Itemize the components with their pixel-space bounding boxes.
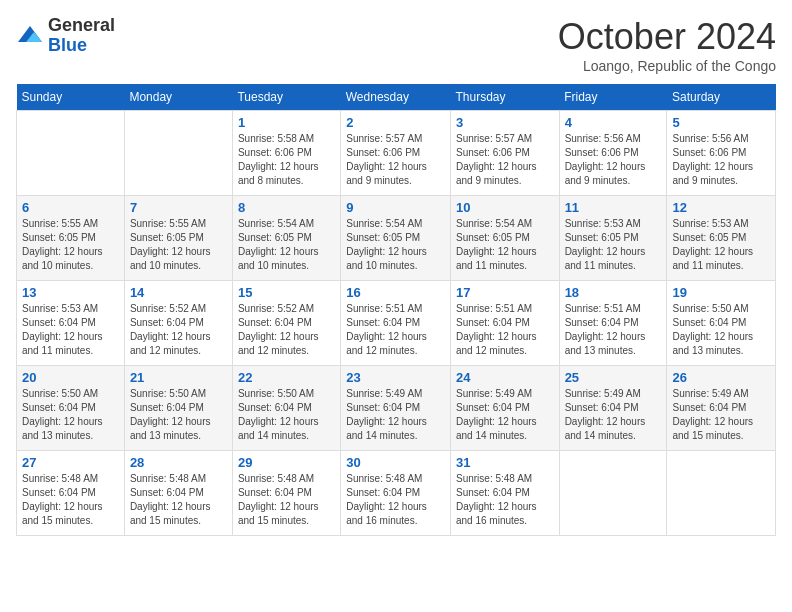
day-info: Sunrise: 5:50 AM Sunset: 6:04 PM Dayligh… [672,302,770,358]
day-number: 11 [565,200,662,215]
day-number: 24 [456,370,554,385]
calendar-cell: 23Sunrise: 5:49 AM Sunset: 6:04 PM Dayli… [341,366,451,451]
calendar-cell: 16Sunrise: 5:51 AM Sunset: 6:04 PM Dayli… [341,281,451,366]
day-number: 28 [130,455,227,470]
page-header: General Blue October 2024 Loango, Republ… [16,16,776,74]
calendar-cell: 8Sunrise: 5:54 AM Sunset: 6:05 PM Daylig… [232,196,340,281]
day-info: Sunrise: 5:54 AM Sunset: 6:05 PM Dayligh… [456,217,554,273]
day-number: 10 [456,200,554,215]
day-info: Sunrise: 5:48 AM Sunset: 6:04 PM Dayligh… [456,472,554,528]
day-info: Sunrise: 5:56 AM Sunset: 6:06 PM Dayligh… [672,132,770,188]
day-number: 23 [346,370,445,385]
calendar-cell: 5Sunrise: 5:56 AM Sunset: 6:06 PM Daylig… [667,111,776,196]
calendar-cell: 21Sunrise: 5:50 AM Sunset: 6:04 PM Dayli… [124,366,232,451]
calendar-cell: 6Sunrise: 5:55 AM Sunset: 6:05 PM Daylig… [17,196,125,281]
day-info: Sunrise: 5:48 AM Sunset: 6:04 PM Dayligh… [346,472,445,528]
calendar-cell [124,111,232,196]
calendar-cell: 27Sunrise: 5:48 AM Sunset: 6:04 PM Dayli… [17,451,125,536]
calendar-cell: 11Sunrise: 5:53 AM Sunset: 6:05 PM Dayli… [559,196,667,281]
day-number: 6 [22,200,119,215]
calendar-cell: 26Sunrise: 5:49 AM Sunset: 6:04 PM Dayli… [667,366,776,451]
day-info: Sunrise: 5:55 AM Sunset: 6:05 PM Dayligh… [130,217,227,273]
calendar-cell: 18Sunrise: 5:51 AM Sunset: 6:04 PM Dayli… [559,281,667,366]
calendar-cell: 3Sunrise: 5:57 AM Sunset: 6:06 PM Daylig… [450,111,559,196]
logo-blue-text: Blue [48,36,115,56]
day-info: Sunrise: 5:53 AM Sunset: 6:04 PM Dayligh… [22,302,119,358]
day-number: 14 [130,285,227,300]
day-info: Sunrise: 5:54 AM Sunset: 6:05 PM Dayligh… [346,217,445,273]
day-info: Sunrise: 5:50 AM Sunset: 6:04 PM Dayligh… [238,387,335,443]
day-info: Sunrise: 5:49 AM Sunset: 6:04 PM Dayligh… [456,387,554,443]
day-of-week-header: Monday [124,84,232,111]
calendar-cell: 12Sunrise: 5:53 AM Sunset: 6:05 PM Dayli… [667,196,776,281]
calendar-header-row: SundayMondayTuesdayWednesdayThursdayFrid… [17,84,776,111]
calendar-cell: 24Sunrise: 5:49 AM Sunset: 6:04 PM Dayli… [450,366,559,451]
calendar-week-row: 20Sunrise: 5:50 AM Sunset: 6:04 PM Dayli… [17,366,776,451]
calendar-cell [559,451,667,536]
day-number: 4 [565,115,662,130]
day-info: Sunrise: 5:54 AM Sunset: 6:05 PM Dayligh… [238,217,335,273]
day-number: 16 [346,285,445,300]
calendar-cell: 1Sunrise: 5:58 AM Sunset: 6:06 PM Daylig… [232,111,340,196]
day-number: 8 [238,200,335,215]
day-info: Sunrise: 5:49 AM Sunset: 6:04 PM Dayligh… [565,387,662,443]
day-number: 2 [346,115,445,130]
logo-general-text: General [48,16,115,36]
calendar-cell: 4Sunrise: 5:56 AM Sunset: 6:06 PM Daylig… [559,111,667,196]
day-info: Sunrise: 5:48 AM Sunset: 6:04 PM Dayligh… [238,472,335,528]
day-info: Sunrise: 5:57 AM Sunset: 6:06 PM Dayligh… [456,132,554,188]
day-number: 5 [672,115,770,130]
day-info: Sunrise: 5:55 AM Sunset: 6:05 PM Dayligh… [22,217,119,273]
logo-text: General Blue [48,16,115,56]
day-of-week-header: Friday [559,84,667,111]
day-info: Sunrise: 5:53 AM Sunset: 6:05 PM Dayligh… [672,217,770,273]
calendar-cell: 25Sunrise: 5:49 AM Sunset: 6:04 PM Dayli… [559,366,667,451]
calendar-cell: 7Sunrise: 5:55 AM Sunset: 6:05 PM Daylig… [124,196,232,281]
day-number: 30 [346,455,445,470]
day-number: 19 [672,285,770,300]
calendar-week-row: 1Sunrise: 5:58 AM Sunset: 6:06 PM Daylig… [17,111,776,196]
day-number: 13 [22,285,119,300]
day-number: 20 [22,370,119,385]
calendar-week-row: 13Sunrise: 5:53 AM Sunset: 6:04 PM Dayli… [17,281,776,366]
day-info: Sunrise: 5:50 AM Sunset: 6:04 PM Dayligh… [130,387,227,443]
title-block: October 2024 Loango, Republic of the Con… [558,16,776,74]
calendar-cell: 13Sunrise: 5:53 AM Sunset: 6:04 PM Dayli… [17,281,125,366]
calendar-cell: 10Sunrise: 5:54 AM Sunset: 6:05 PM Dayli… [450,196,559,281]
day-of-week-header: Saturday [667,84,776,111]
day-info: Sunrise: 5:58 AM Sunset: 6:06 PM Dayligh… [238,132,335,188]
calendar-cell: 19Sunrise: 5:50 AM Sunset: 6:04 PM Dayli… [667,281,776,366]
calendar-cell: 30Sunrise: 5:48 AM Sunset: 6:04 PM Dayli… [341,451,451,536]
day-info: Sunrise: 5:48 AM Sunset: 6:04 PM Dayligh… [22,472,119,528]
day-number: 31 [456,455,554,470]
day-info: Sunrise: 5:52 AM Sunset: 6:04 PM Dayligh… [238,302,335,358]
calendar-cell: 17Sunrise: 5:51 AM Sunset: 6:04 PM Dayli… [450,281,559,366]
calendar-cell: 15Sunrise: 5:52 AM Sunset: 6:04 PM Dayli… [232,281,340,366]
day-info: Sunrise: 5:50 AM Sunset: 6:04 PM Dayligh… [22,387,119,443]
day-info: Sunrise: 5:49 AM Sunset: 6:04 PM Dayligh… [346,387,445,443]
day-number: 9 [346,200,445,215]
calendar-cell: 22Sunrise: 5:50 AM Sunset: 6:04 PM Dayli… [232,366,340,451]
calendar-cell: 14Sunrise: 5:52 AM Sunset: 6:04 PM Dayli… [124,281,232,366]
day-info: Sunrise: 5:48 AM Sunset: 6:04 PM Dayligh… [130,472,227,528]
day-number: 18 [565,285,662,300]
day-info: Sunrise: 5:56 AM Sunset: 6:06 PM Dayligh… [565,132,662,188]
calendar-cell: 20Sunrise: 5:50 AM Sunset: 6:04 PM Dayli… [17,366,125,451]
calendar-cell [17,111,125,196]
day-number: 1 [238,115,335,130]
day-number: 26 [672,370,770,385]
day-info: Sunrise: 5:51 AM Sunset: 6:04 PM Dayligh… [456,302,554,358]
calendar-week-row: 27Sunrise: 5:48 AM Sunset: 6:04 PM Dayli… [17,451,776,536]
day-info: Sunrise: 5:57 AM Sunset: 6:06 PM Dayligh… [346,132,445,188]
day-number: 27 [22,455,119,470]
day-number: 21 [130,370,227,385]
day-number: 15 [238,285,335,300]
day-of-week-header: Thursday [450,84,559,111]
day-info: Sunrise: 5:51 AM Sunset: 6:04 PM Dayligh… [346,302,445,358]
day-of-week-header: Wednesday [341,84,451,111]
day-number: 29 [238,455,335,470]
day-of-week-header: Sunday [17,84,125,111]
day-number: 7 [130,200,227,215]
day-info: Sunrise: 5:53 AM Sunset: 6:05 PM Dayligh… [565,217,662,273]
day-number: 17 [456,285,554,300]
